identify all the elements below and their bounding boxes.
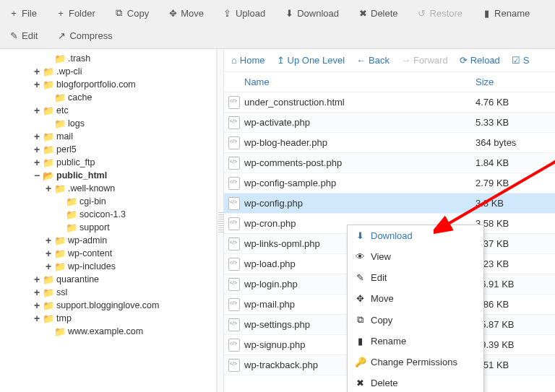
tree-item[interactable]: +📁wp-content xyxy=(0,247,216,260)
folder-icon: 📁 xyxy=(66,196,77,207)
tree-label: tmp xyxy=(56,313,72,323)
tree-item[interactable]: +📁perl5 xyxy=(0,143,216,156)
upload-button[interactable]: ⇪Upload xyxy=(218,4,270,26)
tree-item[interactable]: −📂public_html xyxy=(0,169,216,182)
ctx-download[interactable]: ⬇Download xyxy=(348,225,483,246)
copy-button[interactable]: ⧉Copy xyxy=(110,4,153,26)
ctx-rename[interactable]: ▮Rename xyxy=(348,331,483,352)
expand-icon[interactable]: + xyxy=(33,81,40,88)
expand-icon[interactable]: + xyxy=(45,250,52,257)
tree-item[interactable]: +📁support.blogginglove.com xyxy=(0,299,216,312)
file-row[interactable]: wp-config-sample.php2.79 KB xyxy=(224,173,555,193)
ctx-copy[interactable]: ⧉Copy xyxy=(348,309,483,331)
folder-button[interactable]: +Folder xyxy=(51,4,100,26)
restore-button[interactable]: ↺Restore xyxy=(413,4,468,26)
delete-button-label: Delete xyxy=(371,8,398,19)
tree-label: blogforportfolio.com xyxy=(56,79,136,90)
file-icon xyxy=(224,136,244,149)
expand-icon[interactable]: − xyxy=(33,172,40,179)
select-link[interactable]: ☑S xyxy=(512,55,530,66)
tree-item[interactable]: +📁.well-known xyxy=(0,182,216,195)
ctx-permissions-icon: 🔑 xyxy=(355,357,365,367)
tree-item[interactable]: 📁cgi-bin xyxy=(0,195,216,208)
restore-button-icon: ↺ xyxy=(417,8,427,19)
delete-button[interactable]: ✖Delete xyxy=(353,4,403,26)
ctx-move[interactable]: ✥Move xyxy=(348,288,483,309)
tree-item[interactable]: 📁logs xyxy=(0,117,216,130)
file-size: 2.37 KB xyxy=(476,238,555,249)
expand-icon[interactable]: + xyxy=(33,107,40,114)
expand-icon[interactable]: + xyxy=(45,185,52,192)
file-icon xyxy=(224,298,244,311)
tree-item[interactable]: +📁etc xyxy=(0,104,216,117)
upload-button-label: Upload xyxy=(236,8,265,19)
folder-icon: 📁 xyxy=(54,248,66,259)
expand-icon[interactable]: + xyxy=(33,133,40,140)
tree-item[interactable]: 📁.trash xyxy=(0,52,216,65)
file-row[interactable]: wp-activate.php5.33 KB xyxy=(224,113,555,133)
expand-icon[interactable]: + xyxy=(33,276,40,283)
ctx-edit[interactable]: ✎Edit xyxy=(348,267,483,288)
expand-icon[interactable]: + xyxy=(33,315,40,322)
home-link[interactable]: ⌂Home xyxy=(231,55,265,66)
tree-item[interactable]: +📁.wp-cli xyxy=(0,65,216,78)
content-panel: ⌂Home ↥Up One Level ←Back →Forward ⟳Relo… xyxy=(224,49,555,392)
file-icon xyxy=(224,238,244,251)
up-link[interactable]: ↥Up One Level xyxy=(277,55,345,66)
expand-icon[interactable]: + xyxy=(45,237,52,244)
reload-link[interactable]: ⟳Reload xyxy=(460,55,500,66)
file-size: 5.33 KB xyxy=(476,117,555,128)
tree-item[interactable]: 📁www.example.com xyxy=(0,325,216,338)
expand-icon[interactable]: + xyxy=(33,68,40,75)
folder-icon: 📂 xyxy=(43,170,54,181)
tree-label: perl5 xyxy=(56,144,77,154)
main-toolbar: +File+Folder⧉Copy✥Move⇪Upload⬇Download✖D… xyxy=(0,0,555,49)
context-menu: ⬇Download👁View✎Edit✥Move⧉Copy▮Rename🔑Cha… xyxy=(347,225,484,392)
tree-item[interactable]: 📁cache xyxy=(0,91,216,104)
tree-label: socicon-1.3 xyxy=(79,209,126,219)
file-row[interactable]: wp-config.php3.8 KB xyxy=(224,193,555,214)
file-row[interactable]: wp-comments-post.php1.84 KB xyxy=(224,153,555,173)
file-row[interactable]: under_construction.html4.76 KB xyxy=(224,92,555,113)
expand-icon[interactable]: + xyxy=(33,159,40,166)
compress-button-label: Compress xyxy=(69,30,112,41)
tree-label: quarantine xyxy=(56,274,99,284)
file-name: wp-config.php xyxy=(244,198,476,209)
tree-item[interactable]: 📁socicon-1.3 xyxy=(0,208,216,221)
home-icon: ⌂ xyxy=(231,55,237,66)
edit-button[interactable]: ✎Edit xyxy=(4,27,42,48)
tree-item[interactable]: +📁blogforportfolio.com xyxy=(0,78,216,91)
expand-icon[interactable]: + xyxy=(33,289,40,296)
col-size[interactable]: Size xyxy=(476,77,555,87)
file-size: 1.84 KB xyxy=(476,157,555,168)
download-button[interactable]: ⬇Download xyxy=(280,4,343,26)
expand-icon[interactable]: + xyxy=(45,263,52,270)
tree-item[interactable]: +📁public_ftp xyxy=(0,156,216,169)
ctx-permissions[interactable]: 🔑Change Permissions xyxy=(348,352,483,373)
tree-item[interactable]: +📁quarantine xyxy=(0,273,216,286)
expand-icon[interactable]: + xyxy=(33,146,40,153)
tree-item[interactable]: 📁support xyxy=(0,221,216,234)
file-size: 4.51 KB xyxy=(476,360,555,370)
forward-link[interactable]: →Forward xyxy=(401,55,448,66)
folder-icon: 📁 xyxy=(43,131,54,142)
tree-item[interactable]: +📁ssl xyxy=(0,286,216,299)
ctx-rename-icon: ▮ xyxy=(355,336,365,347)
splitter[interactable] xyxy=(217,49,224,392)
move-button[interactable]: ✥Move xyxy=(163,4,208,26)
tree-item[interactable]: +📁wp-includes xyxy=(0,260,216,273)
tree-item[interactable]: +📁wp-admin xyxy=(0,234,216,247)
ctx-view[interactable]: 👁View xyxy=(348,246,483,267)
back-link[interactable]: ←Back xyxy=(356,55,390,66)
rename-button[interactable]: ▮Rename xyxy=(477,4,534,26)
compress-button[interactable]: ↗Compress xyxy=(52,27,116,48)
expand-icon[interactable]: + xyxy=(33,302,40,309)
col-name[interactable]: Name xyxy=(224,77,476,87)
ctx-delete[interactable]: ✖Delete xyxy=(348,373,483,392)
splitter-grip[interactable] xyxy=(218,212,224,232)
ctx-edit-label: Edit xyxy=(371,272,387,283)
file-row[interactable]: wp-blog-header.php364 bytes xyxy=(224,133,555,153)
tree-item[interactable]: +📁tmp xyxy=(0,312,216,325)
file-button[interactable]: +File xyxy=(4,4,41,26)
tree-item[interactable]: +📁mail xyxy=(0,130,216,143)
